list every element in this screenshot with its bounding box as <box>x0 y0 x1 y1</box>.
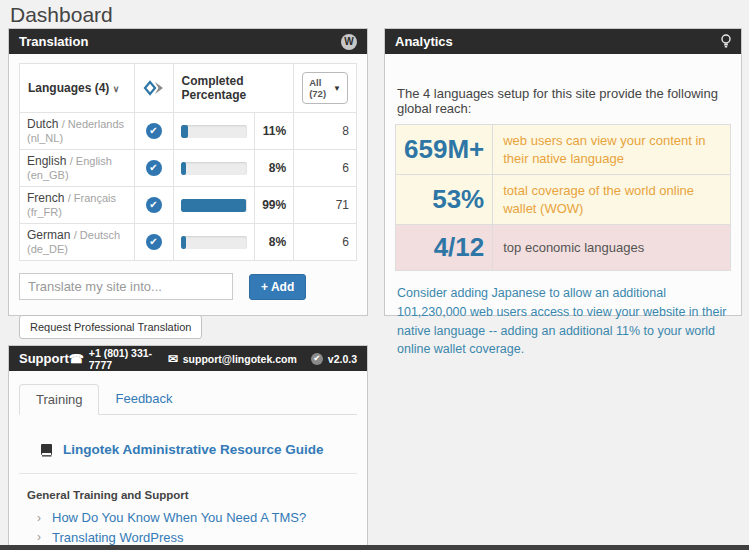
lingotek-column-header <box>134 64 173 113</box>
language-cell: German / Deutsch (de_DE) <box>20 224 135 261</box>
count-cell: 8 <box>294 113 357 150</box>
progress-cell <box>173 224 254 261</box>
stat-row-wow-coverage: 53% total coverage of the world online w… <box>396 175 731 225</box>
add-language-row: + Add <box>19 273 357 300</box>
stat-row-economic-languages: 4/12 top economic languages <box>396 225 731 271</box>
version-number: v2.0.3 <box>328 353 357 365</box>
language-row-dutch: Dutch / Nederlands (nl_NL) ✔ 11% 8 <box>20 113 357 150</box>
stat-value: 659M+ <box>396 125 493 175</box>
support-panel-header: Support ☎ +1 (801) 331-7777 ✉ support@li… <box>9 346 367 371</box>
language-name: German <box>27 228 70 242</box>
training-section-title: General Training and Support <box>27 489 367 501</box>
book-icon <box>39 443 54 457</box>
progress-bar-fill <box>181 199 246 212</box>
progress-cell <box>173 187 254 224</box>
stat-label: total coverage of the world online walle… <box>493 175 731 225</box>
stat-label: web users can view your content in their… <box>493 125 731 175</box>
analytics-stats-table: 659M+ web users can view your content in… <box>395 124 731 271</box>
support-email-address: support@lingotek.com <box>183 353 297 365</box>
status-filter-dropdown[interactable]: All (72) ▼ <box>302 72 348 104</box>
status-cell: ✔ <box>134 150 173 187</box>
page-title: Dashboard <box>10 3 113 27</box>
progress-bar-fill <box>181 162 186 175</box>
translation-panel-title: Translation <box>19 34 88 49</box>
status-cell: ✔ <box>134 224 173 261</box>
count-cell: 71 <box>294 187 357 224</box>
phone-icon: ☎ <box>69 352 84 366</box>
percent-cell: 8% <box>254 150 294 187</box>
tab-training[interactable]: Training <box>19 384 99 415</box>
support-panel-title: Support <box>19 351 69 366</box>
support-phone-number: +1 (801) 331-7777 <box>89 347 154 371</box>
support-tabs: Training Feedback <box>19 384 357 415</box>
resource-guide-row: Lingotek Administrative Resource Guide <box>39 442 367 457</box>
analytics-panel-title: Analytics <box>395 34 453 49</box>
request-professional-translation-button[interactable]: Request Professional Translation <box>19 315 202 339</box>
check-circle-icon[interactable]: ✔ <box>146 234 162 250</box>
language-name: Dutch <box>27 117 58 131</box>
progress-bar-fill <box>181 125 188 138</box>
languages-column-header[interactable]: Languages (4) ∨ <box>20 64 135 113</box>
analytics-panel: Analytics The 4 languages setup for this… <box>384 28 742 316</box>
check-circle-icon[interactable]: ✔ <box>146 160 162 176</box>
filter-column-header: All (72) ▼ <box>294 64 357 113</box>
sort-caret-icon: ∨ <box>113 84 120 94</box>
translate-site-input[interactable] <box>19 273 233 300</box>
bottom-panel-edge <box>0 545 749 550</box>
support-divider <box>19 473 357 474</box>
translation-panel: Translation W Languages (4) ∨ Completed … <box>8 28 368 316</box>
language-name: English <box>27 154 66 168</box>
percent-cell: 8% <box>254 224 294 261</box>
percent-cell: 99% <box>254 187 294 224</box>
lightbulb-icon <box>721 34 731 49</box>
support-email[interactable]: ✉ support@lingotek.com <box>168 352 297 366</box>
add-language-button[interactable]: + Add <box>249 274 306 300</box>
language-name: French <box>27 191 64 205</box>
language-cell: Dutch / Nederlands (nl_NL) <box>20 113 135 150</box>
analytics-recommendation-note: Consider adding Japanese to allow an add… <box>397 284 729 359</box>
envelope-icon: ✉ <box>168 352 178 366</box>
check-circle-icon[interactable]: ✔ <box>146 197 162 213</box>
progress-bar <box>181 162 247 175</box>
stat-row-web-users: 659M+ web users can view your content in… <box>396 125 731 175</box>
status-cell: ✔ <box>134 113 173 150</box>
language-row-german: German / Deutsch (de_DE) ✔ 8% 6 <box>20 224 357 261</box>
language-cell: French / Français (fr_FR) <box>20 187 135 224</box>
languages-table-header-row: Languages (4) ∨ Completed Percentage All… <box>20 64 357 113</box>
chevron-right-icon: › <box>37 530 41 544</box>
training-link-item: › How Do You Know When You Need A TMS? <box>37 508 367 528</box>
dropdown-arrow-icon: ▼ <box>333 84 341 93</box>
tab-feedback[interactable]: Feedback <box>99 384 188 414</box>
check-circle-icon[interactable]: ✔ <box>146 123 162 139</box>
wordpress-icon: W <box>341 34 357 50</box>
support-phone: ☎ +1 (801) 331-7777 <box>69 347 154 371</box>
language-row-french: French / Français (fr_FR) ✔ 99% 71 <box>20 187 357 224</box>
progress-cell <box>173 150 254 187</box>
training-link-tms-need[interactable]: How Do You Know When You Need A TMS? <box>52 510 306 525</box>
stat-label: top economic languages <box>493 225 731 271</box>
support-contact-info: ☎ +1 (801) 331-7777 ✉ support@lingotek.c… <box>69 347 357 371</box>
language-cell: English / English (en_GB) <box>20 150 135 187</box>
progress-bar <box>181 236 247 249</box>
resource-guide-link[interactable]: Lingotek Administrative Resource Guide <box>63 442 324 457</box>
count-cell: 6 <box>294 150 357 187</box>
count-cell: 6 <box>294 224 357 261</box>
support-panel: Support ☎ +1 (801) 331-7777 ✉ support@li… <box>8 345 368 550</box>
progress-cell <box>173 113 254 150</box>
completed-percentage-label: Completed Percentage <box>182 74 247 102</box>
training-links-list: › How Do You Know When You Need A TMS? ›… <box>37 508 367 550</box>
plugin-version: ✔ v2.0.3 <box>311 353 357 365</box>
progress-bar-fill <box>181 236 186 249</box>
percent-cell: 11% <box>254 113 294 150</box>
lingotek-icon <box>143 80 165 96</box>
languages-column-label: Languages (4) <box>28 81 109 95</box>
completed-percentage-column-header: Completed Percentage <box>173 64 294 113</box>
language-row-english: English / English (en_GB) ✔ 8% 6 <box>20 150 357 187</box>
version-check-icon: ✔ <box>311 353 323 365</box>
chevron-right-icon: › <box>37 511 41 525</box>
training-link-translating-wordpress[interactable]: Translating WordPress <box>52 530 184 545</box>
languages-table: Languages (4) ∨ Completed Percentage All… <box>19 63 357 261</box>
analytics-panel-header: Analytics <box>385 29 741 54</box>
stat-value: 4/12 <box>396 225 493 271</box>
progress-bar <box>181 199 247 212</box>
